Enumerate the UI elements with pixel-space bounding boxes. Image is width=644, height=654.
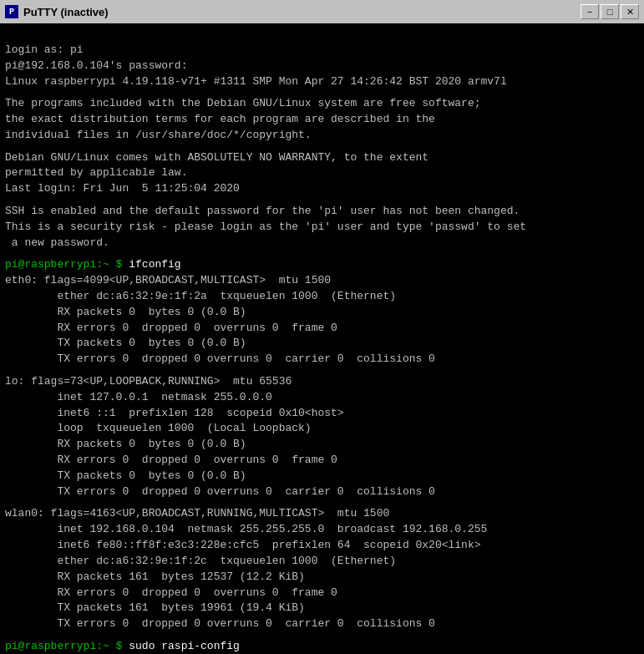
terminal-line: pi@raspberrypi:~ $ ifconfig — [5, 257, 639, 273]
terminal-line — [5, 251, 639, 257]
terminal-line: The programs included with the Debian GN… — [5, 96, 639, 112]
terminal-line: TX errors 0 dropped 0 overruns 0 carrier… — [5, 616, 639, 632]
terminal-line: TX errors 0 dropped 0 overruns 0 carrier… — [5, 484, 639, 500]
terminal-line: SSH is enabled and the default password … — [5, 204, 639, 220]
terminal-line: RX packets 161 bytes 12537 (12.2 KiB) — [5, 570, 639, 586]
terminal-line: Linux raspberrypi 4.19.118-v71+ #1311 SM… — [5, 74, 639, 90]
terminal-line: eth0: flags=4099<UP,BROADCAST,MULTICAST>… — [5, 273, 639, 289]
title-bar: P PuTTY (inactive) − □ ✕ — [0, 0, 644, 23]
close-button[interactable]: ✕ — [621, 4, 639, 19]
terminal-line: inet6 ::1 prefixlen 128 scopeid 0x10<hos… — [5, 406, 639, 422]
terminal-line: lo: flags=73<UP,LOOPBACK,RUNNING> mtu 65… — [5, 374, 639, 390]
terminal-line: RX errors 0 dropped 0 overruns 0 frame 0 — [5, 321, 639, 337]
terminal-output[interactable]: login as: pipi@192.168.0.104's password:… — [0, 23, 644, 654]
terminal-line: pi@192.168.0.104's password: — [5, 58, 639, 74]
window-controls: − □ ✕ — [581, 4, 639, 19]
terminal-line: Last login: Fri Jun 5 11:25:04 2020 — [5, 181, 639, 197]
minimize-button[interactable]: − — [581, 4, 599, 19]
terminal-line: the exact distribution terms for each pr… — [5, 112, 639, 128]
terminal-line: ether dc:a6:32:9e:1f:2a txqueuelen 1000 … — [5, 289, 639, 305]
terminal-line: inet 192.168.0.104 netmask 255.255.255.0… — [5, 522, 639, 538]
terminal-line: Debian GNU/Linux comes with ABSOLUTELY N… — [5, 150, 639, 166]
terminal-line: TX packets 161 bytes 19961 (19.4 KiB) — [5, 601, 639, 616]
terminal-line: permitted by applicable law. — [5, 165, 639, 181]
terminal-line — [5, 500, 639, 507]
terminal-line: TX packets 0 bytes 0 (0.0 B) — [5, 469, 639, 484]
terminal-line: RX packets 0 bytes 0 (0.0 B) — [5, 437, 639, 453]
terminal-line — [5, 144, 639, 150]
terminal-line: wlan0: flags=4163<UP,BROADCAST,RUNNING,M… — [5, 506, 639, 522]
terminal-line — [5, 89, 639, 96]
terminal-line: RX errors 0 dropped 0 overruns 0 frame 0 — [5, 586, 639, 601]
terminal-line: TX errors 0 dropped 0 overruns 0 carrier… — [5, 352, 639, 368]
terminal-line: This is a security risk - please login a… — [5, 220, 639, 236]
terminal-line — [5, 368, 639, 374]
terminal-line: RX packets 0 bytes 0 (0.0 B) — [5, 305, 639, 321]
terminal-line — [5, 197, 639, 204]
terminal-line: inet6 fe80::ff8f:e3c3:228e:cfc5 prefixle… — [5, 538, 639, 554]
terminal-line: a new password. — [5, 236, 639, 251]
app-icon: P — [5, 5, 18, 18]
terminal-line: TX packets 0 bytes 0 (0.0 B) — [5, 336, 639, 352]
window-title: PuTTY (inactive) — [23, 6, 109, 18]
terminal-line: login as: pi — [5, 43, 639, 58]
terminal-line: individual files in /usr/share/doc/*/cop… — [5, 128, 639, 144]
terminal-line: loop txqueuelen 1000 (Local Loopback) — [5, 421, 639, 437]
maximize-button[interactable]: □ — [601, 4, 619, 19]
terminal-line — [5, 632, 639, 639]
terminal-line: RX errors 0 dropped 0 overruns 0 frame 0 — [5, 453, 639, 469]
terminal-line: pi@raspberrypi:~ $ sudo raspi-config — [5, 639, 639, 654]
terminal-line: inet 127.0.0.1 netmask 255.0.0.0 — [5, 390, 639, 406]
terminal-line: ether dc:a6:32:9e:1f:2c txqueuelen 1000 … — [5, 554, 639, 570]
